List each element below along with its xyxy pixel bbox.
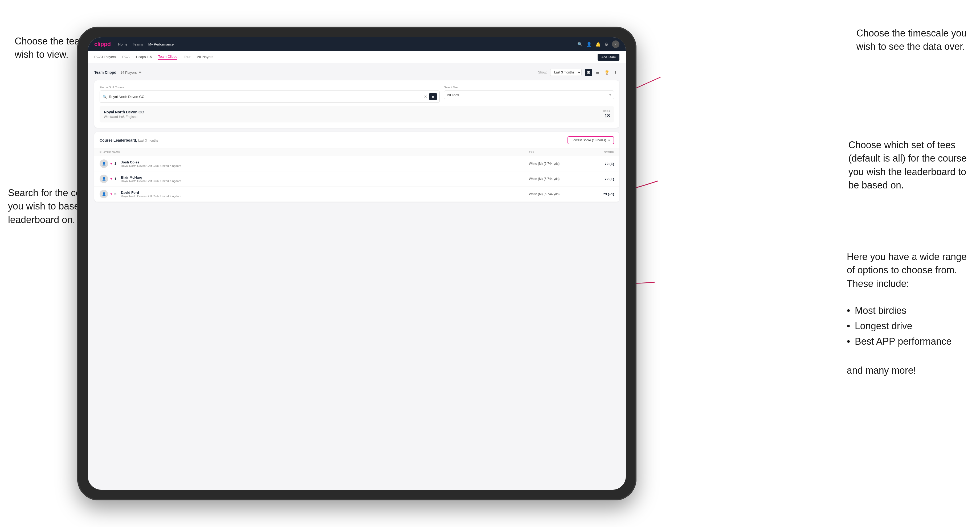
- team-count: | 14 Players: [119, 71, 137, 75]
- settings-icon[interactable]: ⚙: [605, 42, 608, 47]
- player-info-2: Blair McHarg Royal North Devon Golf Club…: [121, 175, 529, 183]
- holes-badge: Holes 18: [603, 110, 610, 119]
- period-select[interactable]: Last 3 months: [550, 69, 582, 76]
- course-result: Royal North Devon GC Westward Ho!, Engla…: [100, 106, 614, 122]
- table-row: 👤 ♥ 1 Blair McHarg Royal North Devon Gol…: [94, 171, 619, 187]
- sub-nav: PGAT Players PGA Hcaps 1-5 Team Clippd T…: [88, 51, 626, 63]
- heart-icon: ♥: [110, 177, 112, 181]
- course-info: Royal North Devon GC Westward Ho!, Engla…: [104, 110, 144, 119]
- edit-icon[interactable]: ✏: [139, 71, 142, 74]
- player-club: Royal North Devon Golf Club, United King…: [121, 179, 529, 183]
- lb-table-header: PLAYER NAME TEE SCORE: [94, 149, 619, 156]
- find-course-label: Find a Golf Course: [100, 86, 440, 89]
- tee-col-header: TEE: [529, 151, 582, 154]
- score-filter-button[interactable]: Lowest Score (18 holes) ▾: [568, 136, 614, 144]
- score-cell-1: 72 (E): [582, 162, 614, 166]
- tablet-frame: clippd Home Teams My Performance 🔍 👤 🔔 ⚙…: [77, 27, 636, 500]
- player-name: Blair McHarg: [121, 175, 529, 179]
- nav-home[interactable]: Home: [118, 42, 127, 46]
- course-location: Westward Ho!, England: [104, 115, 144, 119]
- rank-cell-2: 👤 ♥ 1: [100, 175, 121, 183]
- course-search-input[interactable]: [109, 95, 422, 99]
- table-row: 👤 ♥ 1 Josh Coles Royal North Devon Golf …: [94, 156, 619, 171]
- player-name: Josh Coles: [121, 160, 529, 164]
- score-cell-3: 73 (+1): [582, 192, 614, 196]
- sub-nav-pga[interactable]: PGA: [122, 55, 129, 59]
- score-col-header: SCORE: [582, 151, 614, 154]
- search-input-wrap: 🔍 ✕ ★: [100, 90, 440, 103]
- clear-icon[interactable]: ✕: [424, 94, 427, 99]
- tee-cell-1: White (M) (6,744 yds): [529, 162, 582, 165]
- star-button[interactable]: ★: [429, 93, 437, 100]
- course-name: Royal North Devon GC: [104, 110, 144, 114]
- list-view-icon[interactable]: ☰: [594, 69, 601, 76]
- rank-number: 1: [114, 177, 116, 181]
- team-title: Team Clippd | 14 Players ✏: [94, 70, 142, 75]
- main-content: Team Clippd | 14 Players ✏ Show: Last 3 …: [88, 63, 626, 490]
- search-group: Find a Golf Course 🔍 ✕ ★: [100, 86, 440, 103]
- user-avatar[interactable]: JC: [612, 40, 619, 48]
- team-header: Team Clippd | 14 Players ✏ Show: Last 3 …: [94, 69, 619, 76]
- annotation-top-right: Choose the timescale you wish to see the…: [856, 27, 967, 54]
- search-card: Find a Golf Course 🔍 ✕ ★ Select Tee: [94, 80, 619, 128]
- leaderboard-title-wrap: Course Leaderboard, Last 3 months: [100, 138, 158, 142]
- heart-icon: ♥: [110, 162, 112, 165]
- annotation-bottom-right: Here you have a wide range of options to…: [847, 250, 967, 378]
- bell-icon[interactable]: 🔔: [595, 42, 601, 47]
- rank-number: 1: [114, 162, 116, 166]
- nav-my-performance[interactable]: My Performance: [148, 42, 173, 46]
- tee-cell-3: White (M) (6,744 yds): [529, 192, 582, 196]
- chevron-down-icon: ▾: [609, 93, 611, 97]
- tee-label: Select Tee: [444, 86, 614, 89]
- leaderboard-card: Course Leaderboard, Last 3 months Lowest…: [94, 132, 619, 202]
- rank-number: 3: [114, 192, 116, 196]
- player-info-3: David Ford Royal North Devon Golf Club, …: [121, 190, 529, 198]
- holes-label: Holes: [603, 110, 610, 113]
- sub-nav-hcaps[interactable]: Hcaps 1-5: [136, 55, 152, 59]
- search-icon: 🔍: [103, 95, 107, 99]
- chevron-down-icon: ▾: [608, 138, 610, 142]
- top-nav: clippd Home Teams My Performance 🔍 👤 🔔 ⚙…: [88, 37, 626, 51]
- holes-number: 18: [603, 113, 610, 119]
- download-icon[interactable]: ⬇: [612, 69, 619, 76]
- tee-group: Select Tee All Tees ▾: [444, 86, 614, 103]
- grid-view-icon[interactable]: ⊞: [585, 69, 592, 76]
- trophy-icon[interactable]: 🏆: [603, 69, 610, 76]
- avatar: 👤: [100, 175, 108, 183]
- player-info-1: Josh Coles Royal North Devon Golf Club, …: [121, 160, 529, 167]
- people-icon[interactable]: 👤: [586, 42, 592, 47]
- player-name: David Ford: [121, 190, 529, 195]
- player-club: Royal North Devon Golf Club, United King…: [121, 195, 529, 198]
- heart-icon: ♥: [110, 192, 112, 196]
- avatar: 👤: [100, 159, 108, 168]
- view-icons: ⊞ ☰ 🏆 ⬇: [585, 69, 619, 76]
- player-club: Royal North Devon Golf Club, United King…: [121, 164, 529, 167]
- add-team-button[interactable]: Add Team: [598, 54, 619, 61]
- sub-nav-pgat[interactable]: PGAT Players: [94, 55, 116, 59]
- nav-teams[interactable]: Teams: [133, 42, 143, 46]
- leaderboard-title: Course Leaderboard,: [100, 138, 137, 142]
- team-controls: Show: Last 3 months ⊞ ☰ 🏆 ⬇: [538, 69, 619, 76]
- nav-icons: 🔍 👤 🔔 ⚙ JC: [578, 40, 619, 48]
- player-name-spacer: [121, 151, 529, 154]
- search-row: Find a Golf Course 🔍 ✕ ★ Select Tee: [100, 86, 614, 103]
- app-logo: clippd: [94, 41, 111, 48]
- tablet-screen: clippd Home Teams My Performance 🔍 👤 🔔 ⚙…: [88, 37, 626, 490]
- leaderboard-period: Last 3 months: [138, 139, 158, 142]
- nav-links: Home Teams My Performance: [118, 42, 570, 46]
- sub-nav-tour[interactable]: Tour: [184, 55, 190, 59]
- leaderboard-header: Course Leaderboard, Last 3 months Lowest…: [94, 132, 619, 149]
- player-col-header: PLAYER NAME: [100, 151, 121, 154]
- search-icon[interactable]: 🔍: [578, 42, 583, 47]
- rank-cell-3: 👤 ♥ 3: [100, 190, 121, 198]
- avatar: 👤: [100, 190, 108, 198]
- sub-nav-team-clippd[interactable]: Team Clippd: [158, 55, 177, 60]
- rank-cell-1: 👤 ♥ 1: [100, 159, 121, 168]
- tee-cell-2: White (M) (6,744 yds): [529, 177, 582, 181]
- score-cell-2: 72 (E): [582, 177, 614, 181]
- tee-select[interactable]: All Tees ▾: [444, 90, 614, 99]
- sub-nav-all-players[interactable]: All Players: [197, 55, 213, 59]
- app-container: clippd Home Teams My Performance 🔍 👤 🔔 ⚙…: [88, 37, 626, 490]
- table-row: 👤 ♥ 3 David Ford Royal North Devon Golf …: [94, 187, 619, 202]
- annotation-mid-right: Choose which set of tees (default is all…: [848, 138, 967, 192]
